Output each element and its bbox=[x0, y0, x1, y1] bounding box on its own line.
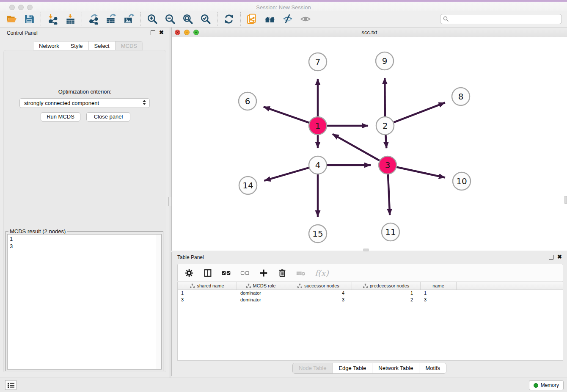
open-session-icon[interactable] bbox=[6, 14, 17, 25]
zoom-fit-icon[interactable] bbox=[182, 14, 193, 25]
import-network-icon[interactable] bbox=[47, 14, 58, 25]
graph-node-8[interactable]: 8 bbox=[452, 88, 470, 105]
control-panel-header: Control Panel ✖ bbox=[0, 28, 170, 39]
table-cell[interactable]: 3 bbox=[285, 297, 352, 304]
graph-node-7[interactable]: 7 bbox=[309, 53, 327, 71]
tab-style[interactable]: Style bbox=[65, 41, 89, 50]
task-history-button[interactable] bbox=[5, 380, 17, 390]
window-titlebar: Session: New Session bbox=[0, 0, 567, 11]
table-cell[interactable]: 3 bbox=[178, 297, 237, 304]
table-panel-title: Table Panel bbox=[177, 254, 204, 260]
home-view-icon[interactable] bbox=[264, 14, 275, 25]
deselect-all-checkboxes-icon[interactable] bbox=[240, 268, 250, 278]
select-all-checkboxes-icon[interactable] bbox=[222, 268, 231, 278]
table-float-icon[interactable] bbox=[549, 255, 553, 259]
mcds-tab-content: Optimization criterion: strongly connect… bbox=[3, 50, 166, 372]
criterion-select-value: strongly connected component bbox=[24, 100, 99, 106]
table-header-row: shared nameMCDS rolesuccessor nodesprede… bbox=[178, 282, 563, 290]
show-all-icon[interactable] bbox=[300, 14, 311, 25]
graph-node-4[interactable]: 4 bbox=[309, 156, 327, 174]
table-cell[interactable]: 3 bbox=[421, 297, 457, 304]
table-cell[interactable]: 1 bbox=[352, 290, 421, 297]
table-cell[interactable]: 4 bbox=[285, 290, 352, 297]
search-input[interactable] bbox=[440, 14, 562, 24]
table-cell[interactable]: dominator bbox=[237, 297, 285, 304]
search-icon bbox=[443, 16, 449, 22]
result-scrollbar[interactable] bbox=[156, 235, 161, 369]
settings-gear-icon[interactable] bbox=[184, 268, 194, 278]
table-cell[interactable]: dominator bbox=[237, 290, 285, 297]
graph-node-2[interactable]: 2 bbox=[376, 117, 394, 135]
hide-selected-icon[interactable] bbox=[282, 14, 293, 25]
column-header-name[interactable]: name bbox=[421, 282, 457, 290]
tab-edge-table[interactable]: Edge Table bbox=[333, 363, 372, 373]
graph-node-3[interactable]: 3 bbox=[379, 156, 396, 174]
graph-node-6[interactable]: 6 bbox=[239, 92, 256, 110]
table-row[interactable]: 3dominator323 bbox=[178, 297, 563, 304]
edge-2-3[interactable] bbox=[385, 135, 386, 148]
graph-node-15[interactable]: 15 bbox=[309, 225, 327, 243]
table-cell[interactable]: 1 bbox=[178, 290, 237, 297]
column-header-shared-name[interactable]: shared name bbox=[178, 282, 237, 290]
edge-1-6[interactable] bbox=[264, 107, 309, 123]
memory-button[interactable]: Memory bbox=[529, 380, 564, 390]
table-row[interactable]: 1dominator411 bbox=[178, 290, 563, 297]
refresh-layout-icon[interactable] bbox=[223, 14, 234, 25]
criterion-select[interactable]: strongly connected component bbox=[19, 98, 150, 108]
run-mcds-button[interactable]: Run MCDS bbox=[41, 112, 80, 121]
delete-column-icon[interactable] bbox=[278, 268, 287, 278]
tab-network-table[interactable]: Network Table bbox=[372, 363, 419, 373]
edge-2-8[interactable] bbox=[394, 102, 445, 122]
export-table-icon[interactable] bbox=[106, 14, 117, 25]
select-stepper-icon bbox=[143, 100, 146, 105]
graph-node-1[interactable]: 1 bbox=[309, 117, 327, 135]
table-cell[interactable]: 1 bbox=[421, 290, 457, 297]
edge-3-1[interactable] bbox=[333, 134, 380, 161]
graph-node-11[interactable]: 11 bbox=[382, 223, 399, 241]
table-panel-header: Table Panel ✖ bbox=[172, 252, 567, 263]
tab-motifs[interactable]: Motifs bbox=[419, 363, 446, 373]
node-label: 4 bbox=[315, 160, 321, 170]
edge-3-11[interactable] bbox=[388, 174, 390, 215]
zoom-in-icon[interactable] bbox=[147, 14, 158, 25]
export-network-icon[interactable] bbox=[88, 14, 99, 25]
network-canvas[interactable]: 7968124314101511 bbox=[172, 37, 567, 251]
node-label: 3 bbox=[385, 160, 391, 170]
node-table: shared nameMCDS rolesuccessor nodesprede… bbox=[177, 282, 563, 361]
graph-node-9[interactable]: 9 bbox=[376, 52, 394, 70]
column-header-successor-nodes[interactable]: successor nodes bbox=[285, 282, 352, 290]
tab-network[interactable]: Network bbox=[33, 41, 65, 50]
main-toolbar bbox=[0, 11, 567, 28]
edge-2-9[interactable] bbox=[385, 78, 385, 117]
edge-3-10[interactable] bbox=[396, 167, 445, 177]
table-toolbar: f(x) bbox=[177, 264, 563, 282]
zoom-out-icon[interactable] bbox=[165, 14, 176, 25]
search-field-container bbox=[440, 14, 562, 24]
table-cell[interactable]: 2 bbox=[352, 297, 421, 304]
new-network-from-selection-icon[interactable] bbox=[247, 14, 258, 25]
graph-node-14[interactable]: 14 bbox=[239, 177, 257, 194]
column-header-predecessor-nodes[interactable]: predecessor nodes bbox=[352, 282, 421, 290]
tab-select[interactable]: Select bbox=[89, 41, 116, 50]
tab-node-table[interactable]: Node Table bbox=[293, 363, 333, 373]
save-session-icon[interactable] bbox=[24, 14, 35, 25]
column-header-MCDS-role[interactable]: MCDS role bbox=[237, 282, 285, 290]
network-right-splitter-handle[interactable] bbox=[564, 196, 567, 204]
export-image-icon[interactable] bbox=[124, 14, 135, 25]
network-bottom-splitter-handle[interactable] bbox=[363, 248, 369, 251]
tab-mcds[interactable]: MCDS bbox=[116, 41, 143, 50]
add-column-icon[interactable] bbox=[259, 268, 268, 278]
close-panel-button[interactable]: Close panel bbox=[86, 112, 130, 121]
edge-4-14[interactable] bbox=[264, 168, 309, 181]
graph-node-10[interactable]: 10 bbox=[453, 172, 471, 190]
show-column-panel-icon[interactable] bbox=[203, 268, 212, 278]
mcds-result-textarea[interactable]: 1 3 bbox=[7, 234, 162, 370]
close-panel-icon[interactable]: ✖ bbox=[159, 29, 164, 36]
network-view-panel: ✕ – + scc.txt 7968124314101511 bbox=[171, 28, 567, 251]
table-close-icon[interactable]: ✖ bbox=[557, 254, 562, 260]
float-panel-icon[interactable] bbox=[151, 30, 155, 35]
node-label: 2 bbox=[383, 121, 388, 131]
import-table-icon[interactable] bbox=[65, 14, 76, 25]
function-builder-icon-disabled: f(x) bbox=[315, 268, 329, 278]
zoom-selected-icon[interactable] bbox=[200, 14, 211, 25]
